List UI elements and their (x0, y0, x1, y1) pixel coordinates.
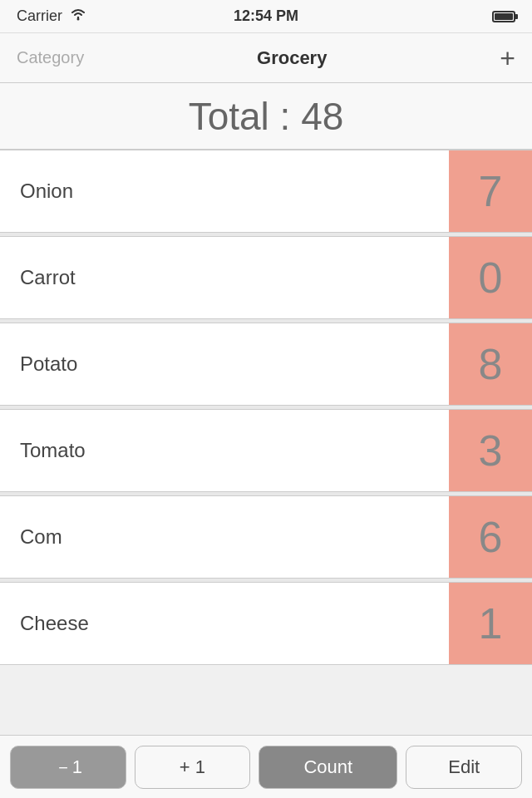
status-bar: Carrier 12:54 PM (0, 0, 532, 33)
carrier-info: Carrier (17, 7, 87, 25)
item-count: 8 (449, 323, 532, 405)
battery-icon (492, 11, 515, 22)
item-name: Tomato (0, 439, 449, 462)
item-name: Onion (0, 180, 449, 203)
wifi-icon (69, 7, 87, 25)
item-name: Cheese (0, 612, 449, 635)
item-count: 6 (449, 496, 532, 578)
total-header: Total : 48 (0, 83, 532, 150)
decrement-button[interactable]: －1 (10, 746, 126, 789)
list-item[interactable]: Onion7 (0, 150, 532, 233)
battery-area (492, 11, 515, 22)
item-count: 0 (449, 237, 532, 318)
svg-point-0 (77, 18, 80, 21)
list-item[interactable]: Tomato3 (0, 409, 532, 492)
total-label: Total : 48 (189, 94, 344, 139)
list-item[interactable]: Potato8 (0, 323, 532, 406)
increment-button[interactable]: + 1 (135, 746, 251, 789)
item-count: 3 (449, 410, 532, 491)
item-name: Carrot (0, 266, 449, 289)
count-button[interactable]: Count (259, 746, 397, 789)
items-list: Onion7Carrot0Potato8Tomato3Com6Cheese1 (0, 150, 532, 665)
list-item[interactable]: Carrot0 (0, 236, 532, 319)
bottom-toolbar: －1 + 1 Count Edit (0, 735, 532, 798)
nav-bar: Category Grocery + (0, 33, 532, 83)
carrier-label: Carrier (17, 7, 62, 25)
item-count: 7 (449, 150, 532, 232)
item-name: Com (0, 525, 449, 549)
edit-button[interactable]: Edit (406, 746, 522, 789)
list-item[interactable]: Com6 (0, 495, 532, 579)
item-name: Potato (0, 352, 449, 376)
add-button[interactable]: + (500, 45, 515, 71)
status-time: 12:54 PM (234, 7, 298, 25)
list-item[interactable]: Cheese1 (0, 582, 532, 665)
item-count: 1 (449, 583, 532, 664)
nav-title: Grocery (257, 47, 327, 69)
back-button[interactable]: Category (17, 48, 84, 67)
